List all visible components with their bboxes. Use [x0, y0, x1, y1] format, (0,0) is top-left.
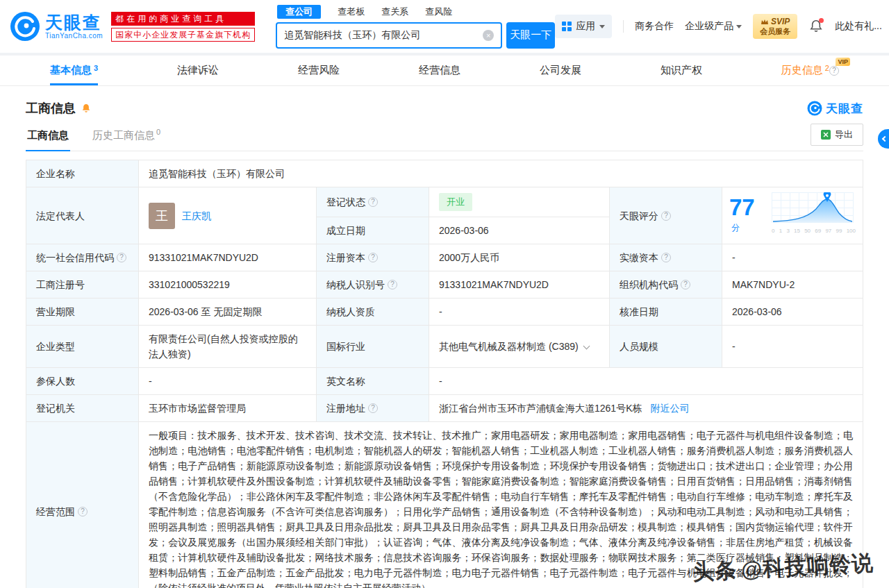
staff-size-label-cell: 人员规模: [610, 326, 722, 368]
crown-icon: [761, 19, 769, 25]
logo-brand: 天眼查: [45, 13, 103, 31]
tianyancha-logo[interactable]: 天眼查 TianYanCha.com: [10, 11, 103, 42]
monitor-bell-icon[interactable]: [81, 103, 92, 114]
nearby-companies-link[interactable]: 附近公司: [650, 403, 689, 414]
search-tab-relation[interactable]: 查关系: [381, 5, 408, 19]
clear-search-icon[interactable]: ×: [483, 30, 494, 41]
gift-label: 此处有礼...: [835, 20, 882, 33]
help-icon[interactable]: ?: [388, 280, 397, 289]
table-row-business-term: 营业期限 2026-03-06 至 无固定期限 纳税人资质 - 核准日期 202…: [26, 299, 863, 326]
field-label: 统一社会信用代码: [36, 250, 114, 265]
search-tab-company[interactable]: 查公司: [277, 5, 321, 19]
help-icon[interactable]: ?: [78, 507, 88, 516]
table-row-reg-number: 工商注册号 331021000532219 纳税人识别号? 91331021MA…: [26, 271, 863, 299]
score-number-wrap: 77分: [729, 196, 763, 235]
table-row-insured: 参保人数 - 英文名称 -: [26, 368, 863, 395]
subtabs: 工商信息 历史工商信息 0: [26, 122, 162, 151]
chevron-down-icon[interactable]: [583, 343, 590, 350]
reg-status-label-cell: 登记状态?: [317, 187, 429, 217]
tab-label: 基本信息: [50, 64, 92, 77]
field-label: 纳税人识别号: [326, 277, 385, 292]
field-label: 天眼评分: [620, 208, 658, 224]
help-icon[interactable]: ?: [368, 253, 378, 262]
help-icon[interactable]: ?: [117, 253, 126, 262]
help-icon[interactable]: ?: [829, 66, 839, 76]
tab-basic-info[interactable]: 基本信息 3: [50, 56, 98, 85]
tianyancha-logo-icon: [10, 11, 40, 42]
taxpayer-id-label-cell: 纳税人识别号?: [317, 271, 429, 299]
industry-label-cell: 国标行业: [317, 326, 429, 368]
subtab-label: 历史工商信息: [92, 129, 155, 142]
help-icon[interactable]: ?: [661, 211, 671, 221]
subtab-history-business-info[interactable]: 历史工商信息 0: [91, 122, 162, 151]
field-label: 国标行业: [326, 339, 365, 354]
section-brand-logo[interactable]: 天眼查: [807, 101, 863, 117]
search-tab-boss[interactable]: 查老板: [338, 5, 365, 19]
export-button[interactable]: 导出: [811, 124, 863, 146]
tab-label: 公司发展: [540, 64, 581, 77]
business-cooperation-link[interactable]: 商务合作: [635, 20, 674, 33]
field-label: 工商注册号: [36, 277, 85, 292]
field-label: 核准日期: [620, 304, 658, 319]
field-label: 参保人数: [36, 373, 75, 389]
company-type-label-cell: 企业类型: [26, 326, 139, 368]
enterprise-products-label: 企业级产品: [685, 20, 733, 33]
org-code-value: MAK7NDYU-2: [722, 271, 863, 299]
field-label: 成立日期: [326, 223, 365, 238]
tab-history-info[interactable]: 历史信息 2 ? VIP: [781, 56, 839, 85]
legal-rep-avatar[interactable]: 王: [149, 203, 175, 229]
subtab-business-info[interactable]: 工商信息: [26, 122, 70, 151]
help-icon[interactable]: ?: [681, 280, 690, 289]
apps-menu[interactable]: 应用: [555, 15, 612, 38]
notification-bell-icon[interactable]: [808, 19, 824, 34]
table-row-reg-authority: 登记机关 玉环市市场监督管理局 注册地址? 浙江省台州市玉环市芦浦镇金海大道12…: [26, 395, 863, 422]
approval-date-value: 2026-03-06: [722, 299, 863, 326]
reg-capital-label-cell: 注册资本?: [317, 244, 429, 271]
tab-intellectual-property[interactable]: 知识产权: [660, 56, 702, 85]
score-chart[interactable]: 0 1 3 15 50 69 97 99 100: [772, 192, 856, 239]
tab-label: 经营风险: [298, 64, 340, 77]
subtab-count: 0: [156, 128, 160, 136]
reg-capital-value: 2000万人民币: [429, 244, 610, 271]
tab-operating-info[interactable]: 经营信息: [419, 56, 460, 85]
legal-rep-link[interactable]: 王庆凯: [182, 208, 211, 224]
section-title-wrap: 工商信息: [26, 100, 92, 117]
approval-date-label-cell: 核准日期: [610, 299, 722, 326]
help-icon[interactable]: ?: [368, 403, 378, 413]
enterprise-products-link[interactable]: 企业级产品: [685, 20, 742, 33]
field-label: 企业名称: [36, 166, 75, 181]
tab-operating-risk[interactable]: 经营风险: [298, 56, 340, 85]
logo-text: 天眼查 TianYanCha.com: [45, 13, 103, 39]
search-tab-risk[interactable]: 查风险: [425, 5, 452, 19]
status-badge: 开业: [439, 193, 472, 211]
search-button[interactable]: 天眼一下: [506, 22, 555, 49]
table-row-credit-code: 统一社会信用代码? 91331021MAK7NDYU2D 注册资本? 2000万…: [26, 244, 863, 271]
help-icon[interactable]: ?: [368, 197, 378, 207]
score-number: 77: [729, 194, 755, 220]
score-unit: 分: [731, 223, 740, 233]
search-area: 查公司 查老板 查关系 查风险 × 天眼一下: [276, 5, 555, 49]
gift-link[interactable]: 此处有礼...: [835, 20, 882, 33]
svip-member-badge[interactable]: SVIP 会员服务: [753, 14, 797, 40]
business-term-value: 2026-03-06 至 无固定期限: [139, 299, 317, 326]
svip-top: SVIP: [760, 17, 790, 27]
field-label: 登记状态: [326, 194, 365, 210]
business-scope-value: 一般项目：技术服务、技术开发、技术咨询、技术交流、技术转让、技术推广；家用电器研…: [139, 422, 863, 588]
taxpayer-id-value: 91331021MAK7NDYU2D: [429, 271, 610, 299]
tab-company-development[interactable]: 公司发展: [540, 56, 581, 85]
search-input[interactable]: [284, 30, 483, 41]
legal-rep-value-cell: 王 王庆凯: [139, 187, 317, 244]
reg-number-label-cell: 工商注册号: [26, 271, 139, 299]
slogan-line2: 国家中小企业发展子基金旗下机构: [111, 28, 255, 42]
credit-code-label-cell: 统一社会信用代码?: [26, 244, 139, 271]
field-label: 法定代表人: [36, 208, 85, 224]
score-label-cell: 天眼评分?: [610, 187, 722, 244]
staff-size-value: -: [722, 326, 863, 368]
subtabs-row: 工商信息 历史工商信息 0 导出: [26, 122, 863, 151]
help-icon[interactable]: ?: [661, 253, 671, 262]
divider: [623, 20, 624, 33]
field-label: 组织机构代码: [620, 277, 678, 292]
tab-legal-proceedings[interactable]: 法律诉讼: [177, 56, 219, 85]
chevron-left-icon: [881, 136, 887, 142]
vip-badge: VIP: [836, 58, 850, 66]
